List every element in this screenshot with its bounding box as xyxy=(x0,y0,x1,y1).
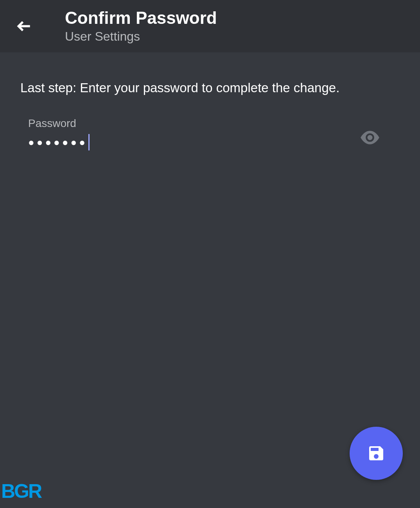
password-input[interactable]: ●●●●●●● xyxy=(28,134,90,150)
password-masked-value: ●●●●●●● xyxy=(28,137,88,147)
toggle-password-visibility-button[interactable] xyxy=(359,127,381,148)
password-label: Password xyxy=(28,117,90,130)
password-field-wrapper: Password ●●●●●●● xyxy=(28,117,90,150)
save-button[interactable] xyxy=(350,427,403,480)
header-text: Confirm Password User Settings xyxy=(65,9,217,43)
eye-icon xyxy=(360,130,380,145)
back-button[interactable] xyxy=(15,17,34,36)
arrow-left-icon xyxy=(16,18,33,35)
header: Confirm Password User Settings xyxy=(0,0,420,52)
password-field-container: Password ●●●●●●● xyxy=(20,117,397,150)
page-title: Confirm Password xyxy=(65,9,217,27)
text-cursor xyxy=(88,134,90,150)
instruction-text: Last step: Enter your password to comple… xyxy=(20,80,397,95)
page-subtitle: User Settings xyxy=(65,29,217,44)
watermark-logo: BGR xyxy=(1,480,41,503)
save-icon xyxy=(367,444,386,463)
content: Last step: Enter your password to comple… xyxy=(0,52,420,150)
